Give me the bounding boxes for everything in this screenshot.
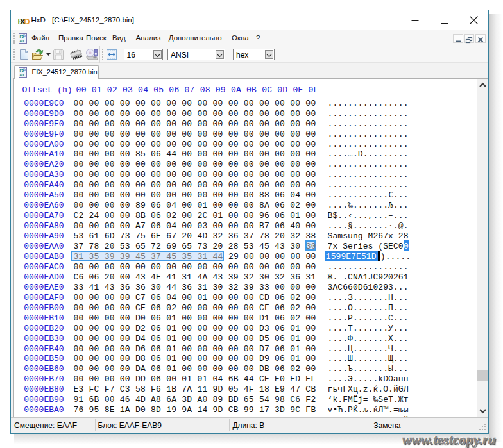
svg-text:AO: AO: [20, 73, 24, 78]
svg-text:AO: AO: [20, 39, 24, 44]
svg-text:x: x: [20, 16, 25, 26]
